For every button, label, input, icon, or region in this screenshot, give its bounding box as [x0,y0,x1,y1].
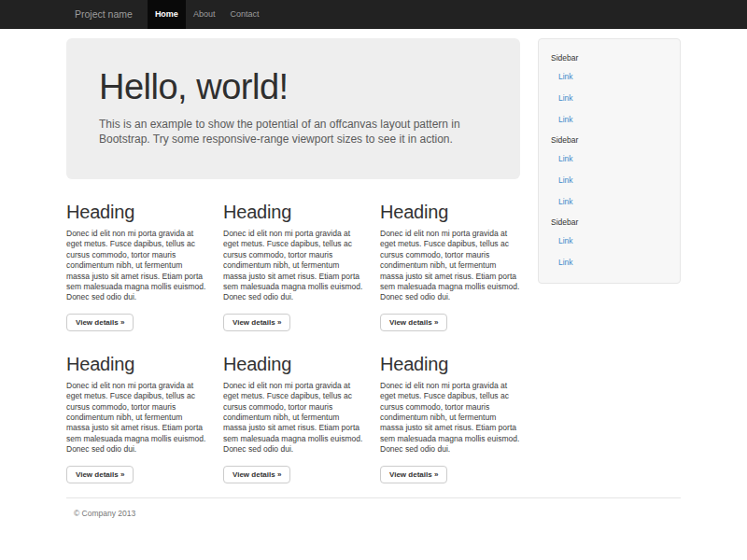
feature-card: Heading Donec id elit non mi porta gravi… [380,179,520,331]
page-footer: © Company 2013 [66,497,681,518]
card-body-text: Donec id elit non mi porta gravida at eg… [380,229,520,303]
view-details-button[interactable]: View details » [223,466,290,483]
feature-card: Heading Donec id elit non mi porta gravi… [66,331,206,483]
card-heading: Heading [66,354,206,375]
view-details-button[interactable]: View details » [66,314,134,331]
sidebar-link[interactable]: Link [539,230,680,251]
cards-row-2: Heading Donec id elit non mi porta gravi… [66,331,520,483]
sidebar-group-heading: Sidebar [539,212,680,230]
sidebar-link[interactable]: Link [539,147,680,169]
sidebar-group-heading: Sidebar [539,130,680,147]
view-details-button[interactable]: View details » [223,314,290,331]
view-details-button[interactable]: View details » [380,314,447,331]
nav-item-contact[interactable]: Contact [222,0,266,29]
main-content: Hello, world! This is an example to show… [66,29,520,483]
card-body-text: Donec id elit non mi porta gravida at eg… [223,229,363,303]
sidebar-panel: Sidebar Link Link Link Sidebar Link Link… [538,38,681,284]
copyright-text: © Company 2013 [74,509,681,518]
sidebar-link[interactable]: Link [539,65,680,87]
navbar-menu: Home About Contact [148,0,267,29]
jumbotron-text: This is an example to show the potential… [99,117,471,147]
card-heading: Heading [380,202,520,223]
navbar-container: Project name Home About Contact [66,0,681,29]
card-body-text: Donec id elit non mi porta gravida at eg… [223,381,363,455]
jumbotron: Hello, world! This is an example to show… [66,38,520,179]
feature-card: Heading Donec id elit non mi porta gravi… [66,179,206,331]
top-navbar: Project name Home About Contact [0,0,747,29]
sidebar-group-heading: Sidebar [539,48,680,65]
view-details-button[interactable]: View details » [66,466,134,483]
cards-row-1: Heading Donec id elit non mi porta gravi… [66,179,520,331]
sidebar-link[interactable]: Link [539,169,680,190]
nav-item-home[interactable]: Home [148,0,186,29]
brand-link[interactable]: Project name [66,0,142,29]
feature-card: Heading Donec id elit non mi porta gravi… [223,331,363,483]
footer-divider [66,497,681,498]
nav-link-about[interactable]: About [186,0,223,29]
card-body-text: Donec id elit non mi porta gravida at eg… [66,229,206,303]
nav-link-home[interactable]: Home [148,0,186,29]
feature-card: Heading Donec id elit non mi porta gravi… [380,331,520,483]
card-heading: Heading [380,354,520,375]
feature-card: Heading Donec id elit non mi porta gravi… [223,179,363,331]
card-heading: Heading [66,202,206,223]
card-heading: Heading [223,202,363,223]
card-body-text: Donec id elit non mi porta gravida at eg… [66,381,206,455]
sidebar-link[interactable]: Link [539,251,680,273]
card-body-text: Donec id elit non mi porta gravida at eg… [380,381,520,455]
page-title: Hello, world! [99,69,487,106]
sidebar: Sidebar Link Link Link Sidebar Link Link… [538,29,681,284]
card-heading: Heading [223,354,363,375]
sidebar-link[interactable]: Link [539,108,680,130]
sidebar-link[interactable]: Link [539,87,680,108]
view-details-button[interactable]: View details » [380,466,447,483]
sidebar-link[interactable]: Link [539,190,680,212]
nav-link-contact[interactable]: Contact [222,0,266,29]
content-row: Hello, world! This is an example to show… [66,29,681,483]
nav-item-about[interactable]: About [186,0,223,29]
page-container: Hello, world! This is an example to show… [66,29,681,518]
